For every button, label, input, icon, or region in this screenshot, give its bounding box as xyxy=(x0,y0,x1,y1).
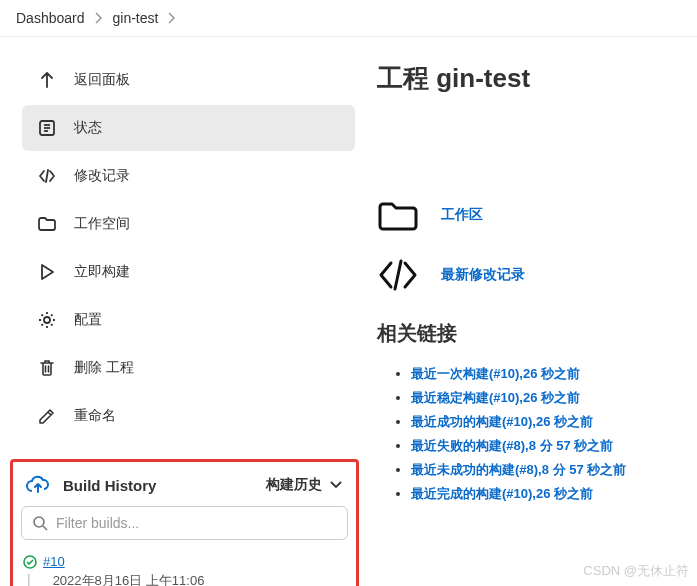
play-icon xyxy=(36,261,58,283)
nav-item-build-now[interactable]: 立即构建 xyxy=(22,249,355,295)
success-icon xyxy=(23,555,37,569)
build-number-link[interactable]: #10 xyxy=(43,554,65,569)
build-separator: | xyxy=(27,572,31,586)
chevron-right-icon xyxy=(168,12,176,24)
nav-label: 重命名 xyxy=(74,407,116,425)
breadcrumb: Dashboard gin-test xyxy=(0,0,697,37)
chevron-down-icon xyxy=(330,481,342,489)
build-history-title: Build History xyxy=(63,477,156,494)
related-link[interactable]: 最近一次构建(#10),26 秒之前 xyxy=(411,366,580,381)
svg-point-4 xyxy=(44,317,50,323)
build-row: #10 |2022年8月16日 上午11:06 xyxy=(21,550,348,586)
nav-label: 状态 xyxy=(74,119,102,137)
folder-large-icon xyxy=(377,196,419,234)
build-history-toggle-label: 构建历史 xyxy=(266,476,322,494)
nav-item-back[interactable]: 返回面板 xyxy=(22,57,355,103)
nav-item-rename[interactable]: 重命名 xyxy=(22,393,355,439)
folder-icon xyxy=(36,213,58,235)
related-links-title: 相关链接 xyxy=(377,320,685,347)
nav-label: 返回面板 xyxy=(74,71,130,89)
main-content: 工程 gin-test 工作区 最新修改记录 相关链接 最近一次构建(#10),… xyxy=(365,37,697,586)
edit-icon xyxy=(36,405,58,427)
action-recent-changes[interactable]: 最新修改记录 xyxy=(377,256,685,294)
action-label: 工作区 xyxy=(441,206,483,224)
svg-point-5 xyxy=(34,517,44,527)
build-date-link[interactable]: 2022年8月16日 上午11:06 xyxy=(53,572,205,586)
related-links-list: 最近一次构建(#10),26 秒之前 最近稳定构建(#10),26 秒之前 最近… xyxy=(377,365,685,503)
related-link[interactable]: 最近成功的构建(#10),26 秒之前 xyxy=(411,414,593,429)
nav-label: 工作空间 xyxy=(74,215,130,233)
watermark: CSDN @无休止符 xyxy=(583,562,689,580)
gear-icon xyxy=(36,309,58,331)
related-link[interactable]: 最近稳定构建(#10),26 秒之前 xyxy=(411,390,580,405)
related-link[interactable]: 最近未成功的构建(#8),8 分 57 秒之前 xyxy=(411,462,626,477)
nav-item-workspace[interactable]: 工作空间 xyxy=(22,201,355,247)
nav-item-configure[interactable]: 配置 xyxy=(22,297,355,343)
action-workspace[interactable]: 工作区 xyxy=(377,196,685,234)
status-icon xyxy=(36,117,58,139)
filter-builds-wrap[interactable] xyxy=(21,506,348,540)
nav-label: 删除 工程 xyxy=(74,359,134,377)
nav-label: 立即构建 xyxy=(74,263,130,281)
action-label: 最新修改记录 xyxy=(441,266,525,284)
breadcrumb-item-project[interactable]: gin-test xyxy=(113,10,159,26)
arrow-up-icon xyxy=(36,69,58,91)
related-link[interactable]: 最近完成的构建(#10),26 秒之前 xyxy=(411,486,593,501)
code-large-icon xyxy=(377,256,419,294)
nav-label: 配置 xyxy=(74,311,102,329)
sidebar: 返回面板 状态 修改记录 工作空间 xyxy=(0,37,365,586)
breadcrumb-item-dashboard[interactable]: Dashboard xyxy=(16,10,85,26)
code-icon xyxy=(36,165,58,187)
nav-item-changes[interactable]: 修改记录 xyxy=(22,153,355,199)
filter-builds-input[interactable] xyxy=(56,515,337,531)
svg-line-6 xyxy=(43,526,47,530)
search-icon xyxy=(32,515,48,531)
build-history-panel: Build History 构建历史 xyxy=(10,459,359,586)
cloud-icon xyxy=(25,474,51,496)
nav-item-status[interactable]: 状态 xyxy=(22,105,355,151)
page-title: 工程 gin-test xyxy=(377,61,685,96)
trash-icon xyxy=(36,357,58,379)
nav-item-delete[interactable]: 删除 工程 xyxy=(22,345,355,391)
related-link[interactable]: 最近失败的构建(#8),8 分 57 秒之前 xyxy=(411,438,613,453)
nav-label: 修改记录 xyxy=(74,167,130,185)
chevron-right-icon xyxy=(95,12,103,24)
build-history-toggle[interactable]: 构建历史 xyxy=(266,476,342,494)
